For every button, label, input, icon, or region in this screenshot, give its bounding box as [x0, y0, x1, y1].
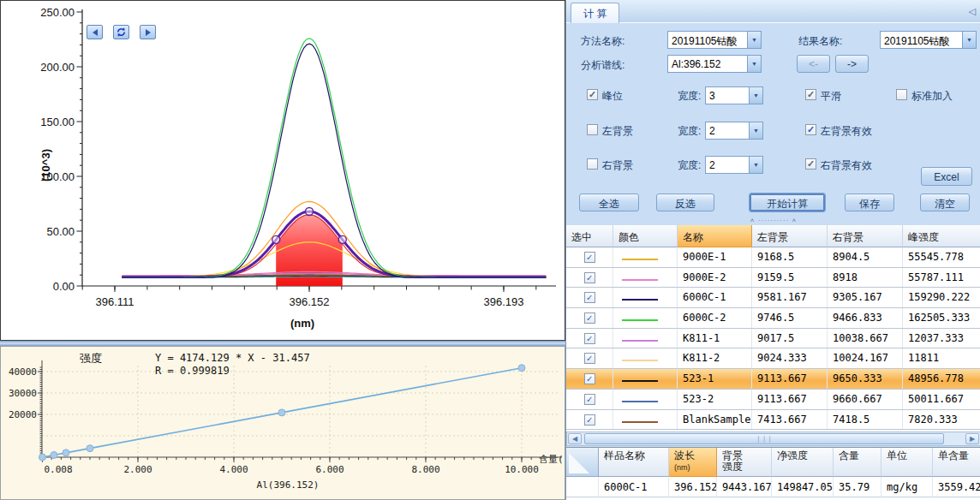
dropdown-arrow-icon[interactable]: ▼ [962, 32, 976, 48]
dropdown-arrow-icon[interactable]: ▼ [749, 157, 762, 173]
table-row[interactable]: 9000E-29159.5891855787.111 [566, 268, 980, 289]
panel-splitter-handle[interactable]: ˄ ·········· ˄ [566, 217, 980, 224]
peak-width-combo[interactable]: 3 ▼ [705, 86, 763, 104]
column-header-right-bg[interactable]: 右背景 [828, 225, 903, 247]
sample-column-header[interactable]: 样品名称 [599, 448, 669, 477]
sample-column-header[interactable]: 单位 [881, 448, 933, 477]
dropdown-arrow-icon[interactable]: ▼ [747, 56, 761, 72]
tab-calculate[interactable]: 计 算 [571, 3, 619, 23]
clear-button[interactable]: 清空 [920, 193, 970, 211]
sample-name: 6000C-2 [678, 308, 752, 328]
row-checkbox[interactable] [584, 272, 595, 283]
right-bg-valid-checkbox[interactable] [805, 158, 816, 170]
scroll-right-icon[interactable]: ▶ [965, 433, 979, 444]
left-background-value: 9017.5 [752, 329, 828, 348]
next-line-button[interactable]: -> [835, 55, 869, 73]
results-table-header: 选中 颜色 名称 左背景 右背景 峰强度 [566, 225, 980, 247]
calibration-point[interactable] [278, 409, 285, 416]
table-row[interactable]: 6000C-19581.1679305.167159290.222 [566, 288, 980, 308]
row-checkbox[interactable] [584, 292, 595, 303]
right-background-value: 10038.667 [828, 329, 903, 348]
calibration-point[interactable] [63, 449, 69, 456]
row-checkbox[interactable] [584, 252, 595, 263]
spectrum-ylabel: (10^3) [39, 149, 52, 182]
left-background-checkbox[interactable] [587, 124, 598, 135]
calibration-point[interactable] [87, 445, 93, 452]
table-row[interactable]: 6000C-29746.59466.833162505.333 [566, 308, 980, 329]
dropdown-arrow-icon[interactable]: ▼ [749, 87, 762, 104]
row-checkbox[interactable] [584, 312, 595, 324]
scroll-left-icon[interactable]: ◀ [568, 433, 582, 444]
table-row[interactable]: BlankSample17413.6677418.57820.333 [566, 410, 980, 431]
peak-intensity-value: 48956.778 [903, 369, 980, 389]
result-name-combo[interactable]: 20191105钴酸 ▼ [880, 31, 977, 49]
y-tick-label: 0.00 [53, 280, 75, 293]
column-header-left-bg[interactable]: 左背景 [752, 225, 828, 247]
analysis-line-label: 分析谱线: [581, 58, 624, 73]
scrollbar-thumb[interactable]: ❘❘❘ [584, 433, 944, 444]
standard-addition-checkbox[interactable] [896, 89, 907, 100]
excel-export-button[interactable]: Excel [921, 167, 972, 186]
sample-column-header[interactable]: 波长(nm) [669, 448, 717, 477]
right-bg-width-combo[interactable]: 2 ▼ [705, 156, 763, 174]
horizontal-scrollbar[interactable]: ◀ ❘❘❘ ▶ [566, 432, 980, 446]
left-bg-valid-checkbox[interactable] [805, 124, 816, 135]
column-header-color[interactable]: 颜色 [613, 225, 678, 247]
save-button[interactable]: 保存 [845, 193, 894, 211]
peak-position-checkbox[interactable] [587, 89, 598, 100]
chart-refresh-button[interactable] [113, 25, 129, 39]
method-name-combo[interactable]: 20191105钴酸 ▼ [667, 31, 762, 49]
sample-column-header[interactable]: 背景 强度 [717, 448, 772, 477]
column-header-checked[interactable]: 选中 [566, 225, 613, 247]
app-window: 396.111396.152396.1930.0050.00100.00150.… [0, 0, 980, 500]
x-tick-label: 396.152 [290, 295, 330, 308]
sample-column-header[interactable]: 含量 [834, 448, 881, 477]
chart-back-button[interactable] [87, 25, 103, 39]
sample-name: K811-2 [678, 348, 752, 368]
start-calculation-button[interactable]: 开始计算 [749, 193, 826, 212]
sample-column-header[interactable]: 单含量 [933, 448, 980, 477]
row-checkbox[interactable] [584, 333, 595, 344]
left-background-value: 9159.5 [752, 268, 828, 288]
invert-selection-button[interactable]: 反选 [656, 193, 714, 211]
calibration-point[interactable] [518, 365, 525, 372]
table-row[interactable]: 9000E-19168.58904.555545.778 [566, 247, 980, 268]
table-row[interactable]: K811-29024.33310024.16711811 [566, 348, 980, 369]
wavelength-value: 396.152 [669, 477, 717, 497]
y-tick-label: 20000 [9, 409, 37, 420]
y-tick-label: 30000 [9, 388, 37, 399]
calibration-point[interactable] [39, 454, 45, 461]
prev-line-button[interactable]: <- [797, 55, 830, 73]
right-background-checkbox[interactable] [587, 158, 598, 170]
peak-intensity-value: 55787.111 [903, 268, 980, 288]
calibration-point[interactable] [51, 451, 57, 458]
sample-table-row[interactable]: 6000C-1396.1529443.167149847.05635.79mg/… [566, 477, 980, 497]
table-row[interactable]: 523-29113.6679660.66750011.667 [566, 390, 980, 410]
row-checkbox[interactable] [584, 353, 595, 364]
peak-intensity-value: 162505.333 [903, 308, 980, 328]
select-all-button[interactable]: 全选 [579, 193, 639, 211]
analysis-line-combo[interactable]: Al:396.152 ▼ [667, 55, 762, 73]
table-corner-cell[interactable] [566, 448, 599, 477]
column-header-name[interactable]: 名称 [678, 225, 752, 247]
right-background-value: 8904.5 [828, 247, 903, 267]
column-header-peak-intensity[interactable]: 峰强度 [903, 225, 980, 247]
smooth-checkbox[interactable] [805, 89, 816, 100]
row-checkbox[interactable] [584, 373, 595, 384]
collapse-panel-icon[interactable]: ◁ [969, 6, 976, 17]
dropdown-arrow-icon[interactable]: ▼ [749, 122, 762, 139]
sample-column-header[interactable]: 净强度 [772, 448, 834, 477]
x-tick-label: 2.000 [123, 464, 152, 475]
table-row[interactable]: 523-19113.6679650.33348956.778 [566, 369, 980, 390]
left-bg-width-combo[interactable]: 2 ▼ [705, 122, 763, 140]
row-checkbox[interactable] [584, 414, 595, 426]
table-row[interactable]: K811-19017.510038.66712037.333 [566, 329, 980, 349]
chart-forward-button[interactable] [140, 25, 156, 39]
row-checkbox[interactable] [584, 394, 595, 405]
peak-intensity-value: 7820.333 [903, 410, 980, 430]
y-tick-label: 40000 [9, 366, 37, 378]
dropdown-arrow-icon[interactable]: ▼ [747, 32, 761, 48]
calibration-series-label[interactable]: Al(396.152) [257, 479, 320, 491]
calibration-equation: Y = 4174.129 * X - 31.457 [155, 352, 310, 364]
x-tick-label: 8.000 [411, 464, 439, 475]
